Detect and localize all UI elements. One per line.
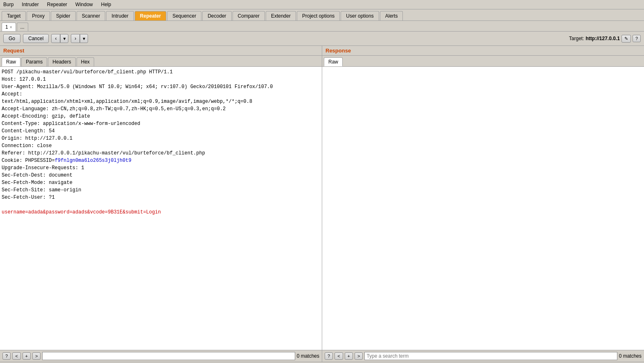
request-line-10: Origin: http://127.0.0.1 [2, 135, 320, 142]
tab-alerts[interactable]: Alerts [380, 11, 403, 20]
request-tabs: Raw Params Headers Hex [0, 56, 322, 67]
back-nav-group: ‹ ▼ [51, 34, 68, 43]
tab-target[interactable]: Target [2, 11, 26, 20]
request-line-14: Upgrade-Insecure-Requests: 1 [2, 164, 320, 172]
go-button[interactable]: Go [3, 34, 20, 43]
response-panel: Response Raw ? < + > 0 matches [322, 46, 644, 362]
request-line-7: Accept-Encoding: gzip, deflate [2, 113, 320, 120]
request-search-input[interactable] [42, 352, 295, 360]
request-line-5: text/html,application/xhtml+xml,applicat… [2, 98, 320, 105]
tab-spider[interactable]: Spider [51, 11, 76, 20]
request-line-9: Content-Length: 54 [2, 127, 320, 135]
request-content[interactable]: POST /pikachu-master/vul/burteforce/bf_c… [0, 67, 322, 350]
menu-help[interactable]: Help [99, 1, 113, 8]
sub-tab-1[interactable]: 1 × [2, 23, 16, 31]
request-tab-headers[interactable]: Headers [48, 57, 75, 66]
request-tab-raw[interactable]: Raw [2, 57, 20, 66]
sub-tab-bar: 1 × ... [0, 21, 644, 32]
sub-tab-more[interactable]: ... [17, 23, 28, 31]
request-line-17: Sec-Fetch-Site: same-origin [2, 186, 320, 194]
response-tab-raw[interactable]: Raw [324, 57, 343, 66]
request-line-3: User-Agent: Mozilla/5.0 (Windows NT 10.0… [2, 83, 320, 91]
sub-tab-1-close[interactable]: × [10, 25, 12, 29]
request-matches-count: 0 matches [297, 353, 319, 359]
main-tab-bar: Target Proxy Spider Scanner Intruder Rep… [0, 9, 644, 21]
response-search-help[interactable]: ? [325, 352, 333, 360]
response-search-add[interactable]: + [345, 352, 353, 360]
tab-proxy[interactable]: Proxy [27, 11, 50, 20]
request-line-2: Host: 127.0.0.1 [2, 76, 320, 83]
request-line-12: Referer: http://127.0.0.1/pikachu-master… [2, 150, 320, 157]
target-info: Target: http://127.0.0.1 ✎ ? [569, 35, 641, 43]
response-search-bar: ? < + > 0 matches [322, 350, 644, 362]
tab-extender[interactable]: Extender [266, 11, 296, 20]
request-search-prev[interactable]: < [12, 352, 20, 360]
response-content[interactable] [322, 67, 644, 350]
response-search-prev[interactable]: < [334, 352, 343, 360]
tab-repeater[interactable]: Repeater [135, 11, 166, 20]
request-line-1: POST /pikachu-master/vul/burteforce/bf_c… [2, 68, 320, 76]
request-search-bar: ? < + > 0 matches [0, 350, 322, 362]
tab-scanner[interactable]: Scanner [77, 11, 106, 20]
request-body: username=adada&password=adads&vcode=9B31… [2, 209, 320, 216]
tab-user-options[interactable]: User options [341, 11, 379, 20]
request-search-next[interactable]: > [32, 352, 41, 360]
response-search-input[interactable] [364, 352, 617, 360]
request-search-add[interactable]: + [23, 352, 31, 360]
response-header: Response [322, 46, 644, 56]
request-line-16: Sec-Fetch-Mode: navigate [2, 179, 320, 186]
request-line-8: Content-Type: application/x-www-form-url… [2, 120, 320, 127]
request-line-18: Sec-Fetch-User: ?1 [2, 194, 320, 201]
request-tab-hex[interactable]: Hex [77, 57, 94, 66]
request-line-15: Sec-Fetch-Dest: document [2, 172, 320, 179]
tab-project-options[interactable]: Project options [297, 11, 340, 20]
forward-dropdown-button[interactable]: ▼ [80, 34, 88, 43]
cookie-value: f9fnlgn0ma6lo265s3j0ljh0t9 [55, 158, 131, 163]
tab-intruder[interactable]: Intruder [106, 11, 133, 20]
request-tab-params[interactable]: Params [21, 57, 47, 66]
response-search-next[interactable]: > [355, 352, 363, 360]
request-line-11: Connection: close [2, 142, 320, 150]
request-line-19 [2, 201, 320, 209]
back-dropdown-button[interactable]: ▼ [60, 34, 68, 43]
menu-window[interactable]: Window [74, 1, 95, 8]
tab-decoder[interactable]: Decoder [202, 11, 231, 20]
target-edit-button[interactable]: ✎ [621, 35, 631, 43]
menu-intruder[interactable]: Intruder [20, 1, 40, 8]
target-prefix: Target: [569, 36, 584, 41]
toolbar: Go Cancel ‹ ▼ › ▼ Target: http://127.0.0… [0, 32, 644, 46]
response-matches-count: 0 matches [619, 353, 642, 359]
tab-comparer[interactable]: Comparer [233, 11, 265, 20]
main-content: Request Raw Params Headers Hex POST /pik… [0, 46, 644, 362]
forward-nav-group: › ▼ [71, 34, 88, 43]
target-help-button[interactable]: ? [633, 35, 641, 42]
menu-repeater[interactable]: Repeater [45, 1, 69, 8]
request-header: Request [0, 46, 322, 56]
menu-burp[interactable]: Burp [2, 1, 15, 8]
request-panel: Request Raw Params Headers Hex POST /pik… [0, 46, 322, 362]
response-tabs: Raw [322, 56, 644, 67]
back-button[interactable]: ‹ [51, 34, 60, 43]
menu-bar: Burp Intruder Repeater Window Help [0, 0, 644, 9]
request-line-4: Accept: [2, 91, 320, 98]
tab-sequencer[interactable]: Sequencer [167, 11, 201, 20]
forward-button[interactable]: › [71, 34, 80, 43]
request-line-13: Cookie: PHPSESSID=f9fnlgn0ma6lo265s3j0lj… [2, 157, 320, 164]
request-search-help[interactable]: ? [2, 352, 11, 360]
sub-tab-1-label: 1 [5, 24, 8, 30]
cancel-button[interactable]: Cancel [23, 34, 49, 43]
target-url: http://127.0.0.1 [586, 36, 620, 41]
request-line-6: Accept-Language: zh-CN,zh;q=0.8,zh-TW;q=… [2, 105, 320, 113]
